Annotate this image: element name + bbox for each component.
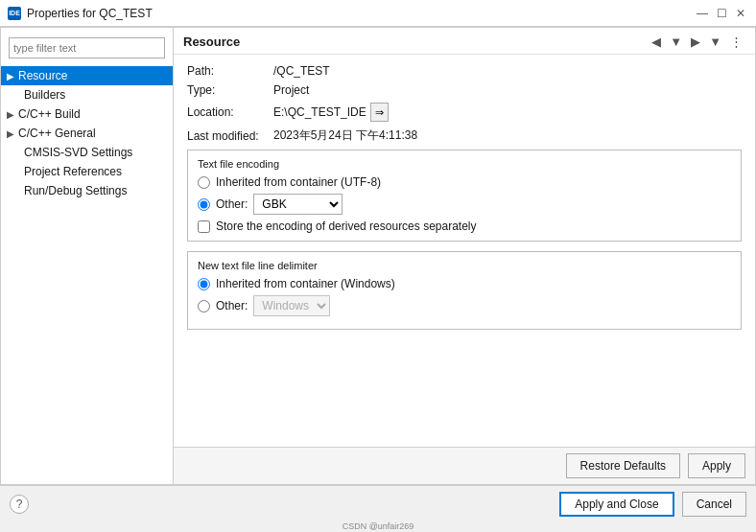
panel-body: Path: /QC_TEST Type: Project Location: E… bbox=[174, 55, 755, 447]
nav-dropdown2-button[interactable]: ▼ bbox=[706, 34, 724, 50]
sidebar-arrow-cpp-build: ▶ bbox=[7, 109, 14, 120]
close-button[interactable]: ✕ bbox=[733, 6, 748, 21]
encoding-other-row: Other: GBK UTF-8 ISO-8859-1 bbox=[198, 194, 731, 215]
location-browse-button[interactable]: ⇒ bbox=[370, 103, 389, 122]
last-modified-label: Last modified: bbox=[187, 129, 273, 143]
last-modified-row: Last modified: 2023年5月24日 下午4:11:38 bbox=[187, 127, 742, 144]
encoding-section: Text file encoding Inherited from contai… bbox=[187, 150, 742, 242]
sidebar-item-label-builders: Builders bbox=[24, 88, 65, 102]
encoding-inherited-label: Inherited from container (UTF-8) bbox=[216, 175, 381, 189]
delimiter-inherited-label: Inherited from container (Windows) bbox=[216, 277, 395, 290]
store-encoding-checkbox[interactable] bbox=[198, 220, 210, 233]
sidebar-item-run-debug[interactable]: Run/Debug Settings bbox=[1, 181, 173, 200]
sidebar-item-label-cmsis: CMSIS-SVD Settings bbox=[24, 146, 132, 159]
type-row: Type: Project bbox=[187, 83, 742, 97]
footer-right: Apply and Close Cancel bbox=[559, 492, 746, 517]
last-modified-value: 2023年5月24日 下午4:11:38 bbox=[273, 127, 417, 144]
minimize-button[interactable]: — bbox=[695, 6, 710, 21]
window-controls: — ☐ ✕ bbox=[695, 6, 748, 21]
panel-nav-icons: ◀ ▼ ▶ ▼ ⋮ bbox=[649, 34, 745, 50]
delimiter-other-row: Other: Windows Unix Mac bbox=[198, 295, 731, 316]
apply-button[interactable]: Apply bbox=[688, 453, 745, 478]
sidebar-item-resource[interactable]: ▶ Resource bbox=[1, 66, 173, 85]
sidebar-item-cpp-general[interactable]: ▶ C/C++ General bbox=[1, 124, 173, 143]
sidebar-item-label-cpp-build: C/C++ Build bbox=[18, 107, 81, 121]
panel-header: Resource ◀ ▼ ▶ ▼ ⋮ bbox=[174, 28, 755, 55]
location-browse-icon: ⇒ bbox=[375, 106, 384, 118]
store-encoding-label: Store the encoding of derived resources … bbox=[216, 220, 477, 233]
encoding-other-radio[interactable] bbox=[198, 198, 210, 211]
app-icon: IDE bbox=[8, 7, 21, 20]
sidebar-item-label-cpp-general: C/C++ General bbox=[18, 127, 96, 140]
sidebar-item-builders[interactable]: Builders bbox=[1, 85, 173, 104]
delimiter-other-label: Other: bbox=[216, 299, 248, 312]
path-label: Path: bbox=[187, 64, 273, 78]
apply-and-close-button[interactable]: Apply and Close bbox=[559, 492, 673, 517]
title-bar: IDE Properties for QC_TEST — ☐ ✕ bbox=[0, 0, 756, 27]
restore-defaults-button[interactable]: Restore Defaults bbox=[566, 453, 680, 478]
encoding-inherited-row: Inherited from container (UTF-8) bbox=[198, 175, 731, 189]
encoding-inherited-radio[interactable] bbox=[198, 176, 210, 189]
sidebar-item-label-resource: Resource bbox=[18, 69, 67, 82]
bottom-bar: Restore Defaults Apply bbox=[174, 447, 755, 484]
delimiter-inherited-radio[interactable] bbox=[198, 278, 210, 290]
delimiter-section: New text file line delimiter Inherited f… bbox=[187, 251, 742, 330]
encoding-other-label: Other: bbox=[216, 197, 248, 211]
delimiter-section-title: New text file line delimiter bbox=[198, 260, 731, 271]
panel-title: Resource bbox=[183, 35, 240, 49]
type-value: Project bbox=[273, 83, 309, 97]
filter-input[interactable] bbox=[9, 37, 165, 58]
sidebar-arrow-cpp-general: ▶ bbox=[7, 128, 14, 139]
window-title: Properties for QC_TEST bbox=[27, 7, 695, 20]
cancel-button[interactable]: Cancel bbox=[682, 492, 746, 517]
main-content: ▶ Resource Builders ▶ C/C++ Build ▶ C/C+… bbox=[0, 27, 756, 485]
delimiter-select[interactable]: Windows Unix Mac bbox=[253, 295, 330, 316]
encoding-section-title: Text file encoding bbox=[198, 158, 731, 170]
nav-more-button[interactable]: ⋮ bbox=[727, 34, 745, 50]
nav-dropdown-button[interactable]: ▼ bbox=[667, 34, 685, 50]
location-value: E:\QC_TEST_IDE bbox=[273, 105, 366, 119]
maximize-button[interactable]: ☐ bbox=[714, 6, 729, 21]
path-row: Path: /QC_TEST bbox=[187, 64, 742, 78]
sidebar-item-project-refs[interactable]: Project References bbox=[1, 162, 173, 181]
filter-wrap bbox=[1, 34, 173, 62]
sidebar: ▶ Resource Builders ▶ C/C++ Build ▶ C/C+… bbox=[1, 28, 174, 484]
watermark: CSDN @unfair269 bbox=[0, 521, 756, 532]
help-button[interactable]: ? bbox=[10, 495, 29, 514]
sidebar-item-cmsis[interactable]: CMSIS-SVD Settings bbox=[1, 143, 173, 162]
path-value: /QC_TEST bbox=[273, 64, 330, 78]
type-label: Type: bbox=[187, 83, 273, 97]
sidebar-item-label-run-debug: Run/Debug Settings bbox=[24, 184, 127, 197]
location-row: Location: E:\QC_TEST_IDE ⇒ bbox=[187, 103, 742, 122]
right-panel: Resource ◀ ▼ ▶ ▼ ⋮ Path: /QC_TEST Type: … bbox=[174, 28, 755, 484]
delimiter-other-radio[interactable] bbox=[198, 300, 210, 312]
nav-forward-button[interactable]: ▶ bbox=[688, 34, 703, 50]
encoding-select[interactable]: GBK UTF-8 ISO-8859-1 bbox=[253, 194, 343, 215]
nav-back-button[interactable]: ◀ bbox=[649, 34, 664, 50]
location-label: Location: bbox=[187, 105, 273, 119]
sidebar-item-label-project-refs: Project References bbox=[24, 165, 122, 178]
sidebar-arrow-resource: ▶ bbox=[7, 71, 14, 81]
footer-bar: ? Apply and Close Cancel bbox=[0, 485, 756, 521]
store-encoding-row: Store the encoding of derived resources … bbox=[198, 220, 731, 233]
sidebar-item-cpp-build[interactable]: ▶ C/C++ Build bbox=[1, 104, 173, 124]
delimiter-inherited-row: Inherited from container (Windows) bbox=[198, 277, 731, 290]
